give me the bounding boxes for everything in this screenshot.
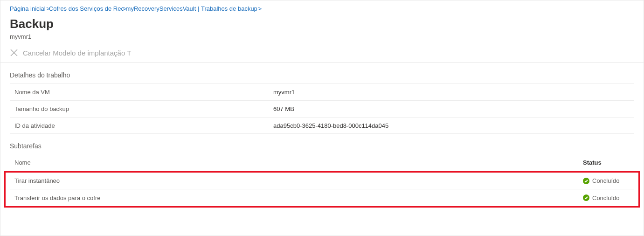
subtask-status: Concluído [583,177,634,184]
table-row: Tirar instantâneo Concluído [10,173,634,189]
cancel-label: Cancelar Modelo de implantação T [23,49,131,57]
close-icon [10,49,18,57]
subtask-name: Transferir os dados para o cofre [10,194,583,201]
section-label-details: Detalhes do trabalho [0,63,644,83]
breadcrumb-vaults[interactable]: Cofres dos Serviços de Rec [49,5,124,12]
kv-value: myvmr1 [273,89,634,96]
page-title: Backup [0,13,644,31]
details-table: Nome da VM myvmr1 Tamanho do backup 607 … [10,83,634,134]
table-row: Transferir os dados para o cofre Concluí… [10,189,634,206]
page-subtitle: myvmr1 [0,31,644,45]
cancel-button[interactable]: Cancelar Modelo de implantação T [10,49,131,57]
kv-value: ada95cb0-3625-4180-bed8-000c114da045 [273,122,634,129]
kv-key: Nome da VM [10,89,273,96]
col-header-status[interactable]: Status [583,159,634,166]
table-row: Nome da VM myvmr1 [10,83,634,100]
kv-value: 607 MB [273,105,634,112]
breadcrumb-home[interactable]: Página inicial [10,5,46,12]
kv-key: ID da atividade [10,122,273,129]
col-header-name[interactable]: Nome [10,159,583,166]
status-text: Concluído [592,194,620,201]
table-row: ID da atividade ada95cb0-3625-4180-bed8-… [10,117,634,134]
highlight-box: Tirar instantâneo Concluído Transferir o… [4,171,640,208]
kv-key: Tamanho do backup [10,105,273,112]
page-container: Página inicial > Cofres dos Serviços de … [0,0,644,208]
subtasks-header-row: Nome Status [10,154,634,171]
chevron-right-icon: > [256,5,262,12]
breadcrumb-jobs[interactable]: Trabalhos de backup [201,5,257,12]
success-icon [583,178,589,184]
table-row: Tamanho do backup 607 MB [10,100,634,117]
toolbar: Cancelar Modelo de implantação T [0,45,644,63]
subtask-name: Tirar instantâneo [10,177,583,184]
subtasks-table: Nome Status [10,154,634,171]
breadcrumb-vault-name[interactable]: myRecoveryServicesVault | [126,5,200,12]
breadcrumb: Página inicial > Cofres dos Serviços de … [0,0,644,13]
subtask-status: Concluído [583,194,634,201]
section-label-subtasks: Subtarefas [0,134,644,154]
status-text: Concluído [592,177,620,184]
success-icon [583,194,589,201]
